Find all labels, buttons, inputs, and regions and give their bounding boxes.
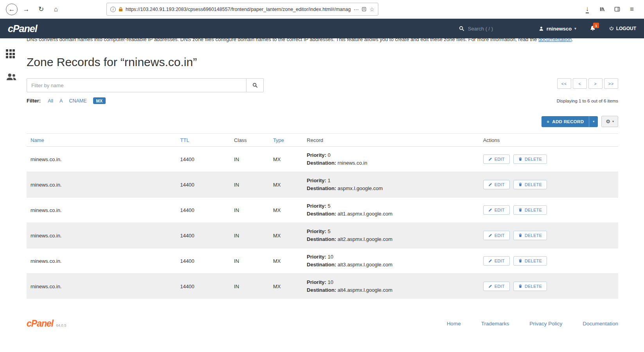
destination-label: Destination: <box>307 160 336 166</box>
search-icon <box>252 83 258 88</box>
trash-icon <box>518 233 522 237</box>
edit-button[interactable]: EDIT <box>483 256 510 266</box>
add-record-dropdown-button[interactable]: ▾ <box>589 116 598 127</box>
record-class: IN <box>230 248 269 274</box>
address-bar[interactable]: i https://103.240.91.193:2083/cpsess6960… <box>106 3 378 16</box>
search-placeholder-text: Search ( / ) <box>468 26 493 32</box>
footer-link-documentation[interactable]: Documentation <box>583 321 618 327</box>
edit-button[interactable]: EDIT <box>483 231 510 240</box>
prev-page-button[interactable]: < <box>573 78 587 89</box>
filter-all[interactable]: All <box>48 98 53 104</box>
footer-link-home[interactable]: Home <box>447 321 461 327</box>
record-ttl: 14400 <box>176 223 230 248</box>
column-header-ttl[interactable]: TTL <box>176 134 230 147</box>
footer-link-trademarks[interactable]: Trademarks <box>481 321 509 327</box>
sidebar-toggle-button[interactable] <box>611 3 623 16</box>
pencil-icon <box>488 284 492 288</box>
last-page-button[interactable]: >> <box>604 78 618 89</box>
browser-forward-button[interactable]: → <box>20 3 32 16</box>
column-header-record: Record <box>303 134 479 147</box>
delete-button[interactable]: DELETE <box>513 282 547 291</box>
record-class: IN <box>230 223 269 248</box>
next-page-button[interactable]: > <box>588 78 603 89</box>
browser-refresh-button[interactable]: ↻ <box>35 3 47 16</box>
record-actions: EDIT DELETE <box>479 172 618 198</box>
users-icon <box>6 73 17 81</box>
refresh-icon: ↻ <box>38 5 44 13</box>
priority-value: 10 <box>328 279 333 285</box>
first-page-button[interactable]: << <box>557 78 571 89</box>
filter-input[interactable] <box>27 78 246 92</box>
priority-label: Priority: <box>307 228 326 234</box>
edit-button[interactable]: EDIT <box>483 282 510 291</box>
delete-button[interactable]: DELETE <box>513 256 547 266</box>
browser-home-button[interactable]: ⌂ <box>50 3 62 16</box>
table-row: rninews.co.in. 14400 IN MX Priority: 0 D… <box>27 147 618 172</box>
priority-value: 1 <box>328 178 331 183</box>
grid-icon <box>6 49 15 58</box>
record-type: MX <box>269 274 303 299</box>
delete-label: DELETE <box>525 208 542 212</box>
record-value: Priority: 1 Destination: aspmx.l.google.… <box>303 172 479 198</box>
user-menu[interactable]: rninewsco ▾ <box>539 26 576 32</box>
download-icon: ↓ <box>586 5 589 13</box>
settings-button[interactable]: ⚙ ▾ <box>601 116 618 127</box>
delete-label: DELETE <box>525 157 542 162</box>
delete-button[interactable]: DELETE <box>513 154 547 164</box>
header-search[interactable]: Search ( / ) <box>459 26 525 32</box>
user-manager-button[interactable] <box>0 71 17 83</box>
column-header-type[interactable]: Type <box>269 134 303 147</box>
menu-button[interactable]: ≡ <box>626 3 638 16</box>
add-record-button[interactable]: + ADD RECORD <box>541 116 589 127</box>
edit-button[interactable]: EDIT <box>483 205 510 215</box>
page-actions-icon[interactable]: ⋯ <box>353 6 359 13</box>
bookmark-star-icon[interactable]: ☆ <box>369 6 374 13</box>
bookmark-icon[interactable] <box>362 7 367 12</box>
record-ttl: 14400 <box>176 147 230 172</box>
destination-value: alt4.aspmx.l.google.com <box>338 287 392 293</box>
destination-label: Destination: <box>307 211 336 217</box>
delete-button[interactable]: DELETE <box>513 205 547 215</box>
record-name: rninews.co.in. <box>27 172 176 198</box>
edit-label: EDIT <box>495 157 505 162</box>
chevron-down-icon: ▾ <box>574 27 576 31</box>
pencil-icon <box>488 208 492 212</box>
search-icon <box>459 26 464 31</box>
record-ttl: 14400 <box>176 172 230 198</box>
record-actions: EDIT DELETE <box>479 274 618 299</box>
destination-value: aspmx.l.google.com <box>338 185 383 191</box>
edit-button[interactable]: EDIT <box>483 180 510 189</box>
priority-label: Priority: <box>307 279 326 285</box>
destination-label: Destination: <box>307 262 336 268</box>
delete-button[interactable]: DELETE <box>513 180 547 189</box>
trash-icon <box>518 208 522 212</box>
lock-icon <box>119 7 123 12</box>
record-class: IN <box>230 198 269 223</box>
page-title: Zone Records for “rninews.co.in” <box>27 56 618 69</box>
downloads-button[interactable]: ↓ <box>581 3 594 16</box>
footer-link-privacy-policy[interactable]: Privacy Policy <box>529 321 562 327</box>
table-row: rninews.co.in. 14400 IN MX Priority: 10 … <box>27 274 618 299</box>
filter-mx[interactable]: MX <box>93 97 106 104</box>
filter-a[interactable]: A <box>59 98 63 104</box>
trash-icon <box>518 182 522 187</box>
left-sidebar <box>0 38 26 352</box>
delete-button[interactable]: DELETE <box>513 231 547 240</box>
delete-label: DELETE <box>525 233 542 238</box>
column-header-name[interactable]: Name <box>27 134 176 147</box>
notifications-button[interactable]: 1 <box>590 25 596 32</box>
library-button[interactable] <box>596 3 608 16</box>
pencil-icon <box>488 157 492 161</box>
filter-cname[interactable]: CNAME <box>69 98 86 104</box>
record-class: IN <box>230 274 269 299</box>
documentation-link[interactable]: documentation <box>538 38 572 42</box>
page-info-icon[interactable]: i <box>110 7 116 12</box>
apps-grid-button[interactable] <box>0 47 15 61</box>
table-row: rninews.co.in. 14400 IN MX Priority: 5 D… <box>27 198 618 223</box>
browser-back-button[interactable]: ← <box>6 4 18 15</box>
filter-search-button[interactable] <box>246 78 264 92</box>
logout-button[interactable]: LOGOUT <box>609 26 636 31</box>
edit-button[interactable]: EDIT <box>483 154 510 164</box>
sidebar-icon <box>614 6 620 12</box>
username-text: rninewsco <box>547 26 572 32</box>
